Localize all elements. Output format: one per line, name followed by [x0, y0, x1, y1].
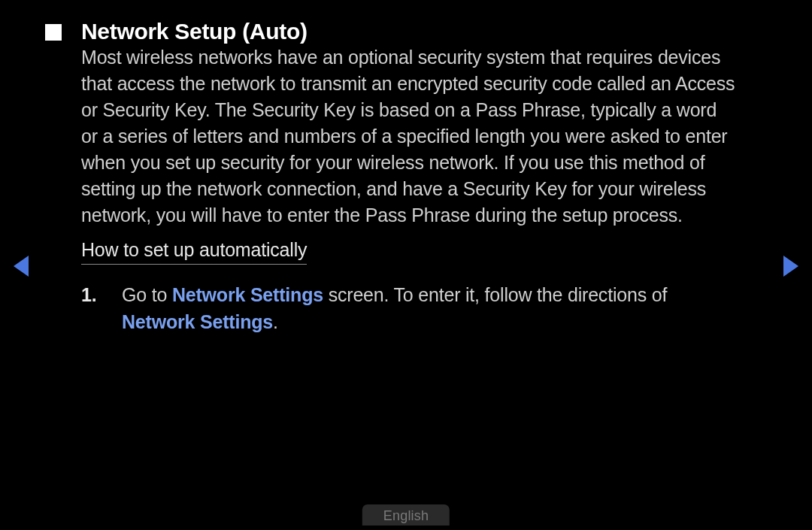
language-button[interactable]: English	[362, 504, 450, 525]
step-text-1: Go to	[122, 284, 172, 305]
link-network-settings-1[interactable]: Network Settings	[172, 284, 323, 305]
page-title: Network Setup (Auto)	[81, 19, 767, 44]
step-text-3: .	[273, 311, 278, 332]
next-page-arrow-icon[interactable]	[783, 256, 798, 277]
step-body: Go to Network Settings screen. To enter …	[122, 281, 767, 336]
previous-page-arrow-icon[interactable]	[14, 256, 29, 277]
step-text-2: screen. To enter it, follow the directio…	[323, 284, 667, 305]
link-network-settings-2[interactable]: Network Settings	[122, 311, 273, 332]
page-content: Network Setup (Auto) Most wireless netwo…	[0, 0, 812, 336]
step-row: 1. Go to Network Settings screen. To ent…	[81, 281, 767, 336]
bullet-icon	[45, 24, 62, 41]
intro-paragraph: Most wireless networks have an optional …	[81, 44, 767, 229]
step-number: 1.	[81, 281, 122, 336]
subheading: How to set up automatically	[81, 239, 307, 265]
